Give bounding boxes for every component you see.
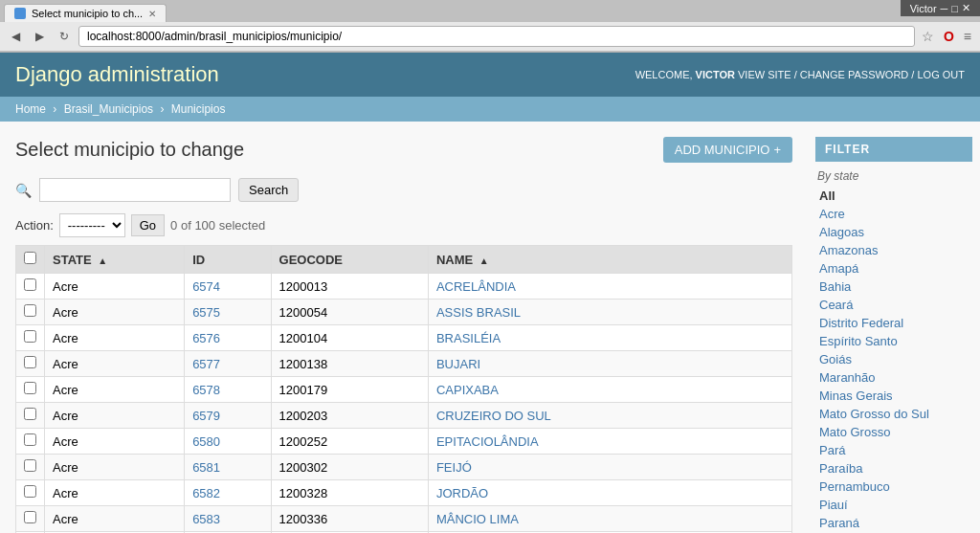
row-id[interactable]: 6578 [185, 377, 271, 403]
close-window-icon[interactable]: ✕ [962, 2, 970, 14]
row-checkbox[interactable] [24, 330, 36, 343]
filter-state-item[interactable]: Pernambuco [815, 477, 972, 496]
filter-state-item[interactable]: Mato Grosso [815, 423, 972, 441]
filter-state-link[interactable]: Mato Grosso do Sul [819, 407, 929, 421]
row-id[interactable]: 6576 [185, 325, 271, 351]
filter-state-item[interactable]: Minas Gerais [815, 387, 972, 405]
search-input[interactable] [39, 178, 231, 202]
row-name[interactable]: CAPIXABA [428, 377, 791, 403]
row-checkbox-cell[interactable] [16, 274, 45, 300]
row-name[interactable]: MÂNCIO LIMA [428, 506, 791, 532]
row-checkbox[interactable] [24, 304, 36, 317]
row-checkbox-cell[interactable] [16, 429, 45, 455]
forward-button[interactable]: ▶ [30, 27, 50, 46]
filter-state-link[interactable]: Alagoas [819, 225, 864, 239]
filter-state-item[interactable]: Paraná [815, 514, 972, 532]
add-municipio-button[interactable]: ADD MUNICIPIO + [663, 137, 792, 163]
filter-state-link[interactable]: Mato Grosso [819, 425, 890, 439]
logout-link[interactable]: LOG OUT [917, 69, 965, 80]
back-button[interactable]: ◀ [6, 27, 26, 46]
row-checkbox[interactable] [24, 433, 36, 446]
row-checkbox-cell[interactable] [16, 377, 45, 403]
filter-state-link[interactable]: Amapá [819, 261, 858, 276]
row-checkbox[interactable] [24, 278, 36, 291]
row-id[interactable]: 6582 [185, 480, 271, 506]
filter-state-link[interactable]: Bahia [819, 279, 851, 294]
filter-state-link[interactable]: Espírito Santo [819, 334, 898, 348]
select-all-header[interactable] [16, 246, 45, 274]
breadcrumb-section[interactable]: Brasil_Municipios [64, 102, 153, 116]
row-name[interactable]: ASSIS BRASIL [428, 300, 791, 325]
filter-state-item[interactable]: Espírito Santo [815, 332, 972, 350]
row-checkbox-cell[interactable] [16, 480, 45, 506]
row-checkbox[interactable] [24, 356, 36, 368]
filter-state-item[interactable]: Ceará [815, 296, 972, 314]
row-checkbox-cell[interactable] [16, 506, 45, 532]
filter-state-item[interactable]: Paraíba [815, 459, 972, 477]
row-id[interactable]: 6583 [185, 506, 271, 532]
filter-state-link[interactable]: Goiás [819, 352, 852, 366]
change-password-link[interactable]: CHANGE PASSWORD [800, 69, 908, 80]
filter-state-link[interactable]: Amazonas [819, 243, 878, 257]
filter-state-item[interactable]: Amazonas [815, 241, 972, 259]
filter-state-item[interactable]: Maranhão [815, 368, 972, 387]
row-checkbox-cell[interactable] [16, 300, 45, 325]
filter-state-item[interactable]: Distrito Federal [815, 314, 972, 332]
filter-state-item[interactable]: Alagoas [815, 223, 972, 241]
row-checkbox-cell[interactable] [16, 403, 45, 429]
search-button[interactable]: Search [238, 178, 299, 202]
row-id[interactable]: 6580 [185, 429, 271, 455]
row-checkbox[interactable] [24, 382, 36, 394]
row-checkbox-cell[interactable] [16, 455, 45, 480]
select-all-checkbox[interactable] [24, 252, 36, 264]
minimize-icon[interactable]: ─ [941, 3, 948, 14]
row-name[interactable]: BUJARI [428, 351, 791, 377]
row-checkbox-cell[interactable] [16, 325, 45, 351]
row-id[interactable]: 6581 [185, 455, 271, 480]
row-checkbox[interactable] [24, 485, 36, 498]
filter-state-link[interactable]: Paraíba [819, 461, 863, 476]
filter-state-link[interactable]: Ceará [819, 298, 853, 312]
go-button[interactable]: Go [131, 214, 165, 236]
filter-state-link[interactable]: Maranhão [819, 370, 876, 385]
filter-state-link[interactable]: Minas Gerais [819, 389, 893, 403]
row-name[interactable]: FEIJÓ [428, 455, 791, 480]
action-select[interactable]: --------- [59, 213, 125, 237]
filter-state-link[interactable]: Pernambuco [819, 479, 890, 494]
row-id[interactable]: 6577 [185, 351, 271, 377]
filter-state-item[interactable]: Mato Grosso do Sul [815, 405, 972, 423]
row-checkbox[interactable] [24, 408, 36, 420]
filter-state-item[interactable]: Pará [815, 441, 972, 459]
row-checkbox[interactable] [24, 459, 36, 472]
address-bar[interactable] [78, 26, 915, 47]
filter-state-item[interactable]: Goiás [815, 350, 972, 368]
filter-state-item[interactable]: Amapá [815, 259, 972, 278]
breadcrumb-home[interactable]: Home [15, 102, 46, 116]
filter-state-link[interactable]: Acre [819, 207, 845, 221]
tab-close-icon[interactable]: ✕ [148, 9, 156, 19]
row-id[interactable]: 6574 [185, 274, 271, 300]
menu-icon[interactable]: ≡ [961, 27, 974, 46]
reload-button[interactable]: ↻ [54, 27, 75, 46]
row-name[interactable]: CRUZEIRO DO SUL [428, 403, 791, 429]
filter-state-link[interactable]: Pará [819, 443, 845, 457]
row-id[interactable]: 6579 [185, 403, 271, 429]
view-site-link[interactable]: VIEW SITE [738, 69, 791, 80]
filter-state-link[interactable]: Piauí [819, 498, 848, 512]
name-column-header[interactable]: NAME ▲ [428, 246, 791, 274]
filter-state-item[interactable]: Piauí [815, 496, 972, 514]
restore-icon[interactable]: □ [951, 3, 958, 14]
filter-state-item[interactable]: Acre [815, 205, 972, 223]
opera-icon[interactable]: O [941, 27, 957, 46]
filter-state-link[interactable]: Paraná [819, 516, 859, 530]
filter-state-item[interactable]: Bahia [815, 278, 972, 296]
filter-state-link[interactable]: All [819, 189, 835, 203]
row-name[interactable]: BRASILÉIA [428, 325, 791, 351]
row-name[interactable]: ACRELÂNDIA [428, 274, 791, 300]
filter-state-item[interactable]: All [815, 187, 972, 205]
row-name[interactable]: EPITACIOLÂNDIA [428, 429, 791, 455]
row-id[interactable]: 6575 [185, 300, 271, 325]
filter-state-link[interactable]: Distrito Federal [819, 316, 903, 330]
row-name[interactable]: JORDÃO [428, 480, 791, 506]
row-checkbox[interactable] [24, 511, 36, 523]
